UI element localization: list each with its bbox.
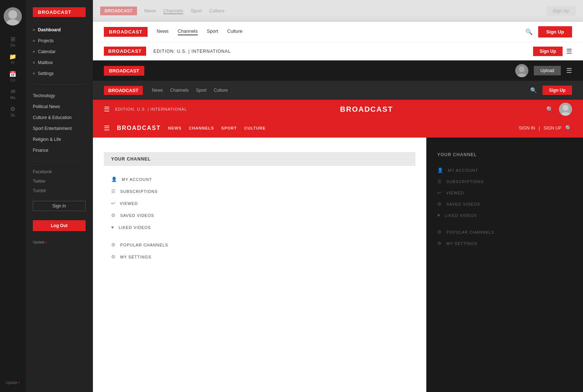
channel-menu-my-settings[interactable]: ⚙ MY SETTINGS bbox=[104, 251, 415, 263]
svg-point-4 bbox=[563, 105, 568, 111]
faded-link-channels[interactable]: Channels bbox=[163, 8, 183, 14]
sidebar-item-dashboard[interactable]: ⊞ Da bbox=[0, 33, 26, 50]
red-hamburger-button[interactable]: ☰ bbox=[104, 105, 110, 113]
svg-point-1 bbox=[6, 19, 19, 25]
sidebar-category-religion[interactable]: Religion & Life bbox=[26, 134, 93, 145]
white-panel: BROADCAST News Channels Sport Culture 🔍 … bbox=[93, 22, 583, 392]
dark-nav-right: 🔍 Sign Up bbox=[530, 86, 572, 95]
dark-liked-icon: ♥ bbox=[437, 213, 441, 218]
nav-right-1: 🔍 Sign Up bbox=[525, 26, 572, 37]
dashboard-icon: ⊞ bbox=[11, 36, 15, 43]
nav-links-1: News Channels Sport Culture bbox=[157, 28, 242, 35]
navbar-dark: BROADCAST Upload ☰ bbox=[93, 60, 583, 81]
sidebar-social-twitter[interactable]: Twitter bbox=[26, 177, 93, 186]
red2-link-channels[interactable]: CHANNELS bbox=[189, 126, 214, 130]
sidebar-nav-settings[interactable]: Settings bbox=[26, 68, 93, 79]
viewed-icon: ↩ bbox=[111, 201, 116, 206]
sidebar-category-sport[interactable]: Sport Entertainment bbox=[26, 123, 93, 134]
channel-menu-liked-videos[interactable]: ♥ LIKED VIDEOS bbox=[104, 221, 415, 233]
edition-brand: BROADCAST bbox=[104, 47, 146, 56]
mail-icon: ✉ bbox=[11, 88, 15, 95]
sidebar-category-political[interactable]: Political News bbox=[26, 101, 93, 112]
dark-link-culture[interactable]: Culture bbox=[214, 88, 228, 93]
navbar-red2: ☰ BROADCAST NEWS CHANNELS SPORT CULTURE … bbox=[93, 119, 583, 138]
svg-point-3 bbox=[517, 74, 527, 77]
channel-panel-dark: YOUR CHANNEL 👤 MY ACCOUNT ☰ SUBSCRIPTION… bbox=[426, 138, 583, 392]
update-label[interactable]: Update • bbox=[6, 381, 20, 385]
sidebar-nav-projects[interactable]: Projects bbox=[26, 35, 93, 46]
red2-signup-label[interactable]: SIGN UP bbox=[544, 126, 562, 131]
dark-channel-menu-subscriptions[interactable]: ☰ SUBSCRIPTIONS bbox=[437, 176, 572, 187]
sidebar-category-technology[interactable]: Technology bbox=[26, 90, 93, 101]
channel-menu-my-account[interactable]: 👤 MY ACCOUNT bbox=[104, 173, 415, 185]
dark-channel-menu-liked-videos[interactable]: ♥ LIKED VIDEOS bbox=[437, 210, 572, 221]
sidebar-item-projects[interactable]: 📁 Pr bbox=[0, 50, 26, 68]
sidebar-divider bbox=[33, 84, 86, 85]
edition-right: Sign Up ☰ bbox=[533, 47, 572, 56]
faded-link-culture[interactable]: Culture bbox=[209, 8, 224, 14]
channel-menu-saved-videos[interactable]: ⚙ SAVED VIDEOS bbox=[104, 209, 415, 221]
red2-link-sport[interactable]: SPORT bbox=[221, 126, 237, 130]
faded-brand: BROADCAST bbox=[100, 7, 137, 15]
dark-account-icon: 👤 bbox=[437, 167, 443, 173]
channel-menu-viewed[interactable]: ↩ VIEWED bbox=[104, 197, 415, 209]
sidebar-nav-mailbox[interactable]: Mailbox bbox=[26, 57, 93, 68]
sidebar-item-calendar[interactable]: 📅 Co bbox=[0, 68, 26, 85]
edition-signup-button[interactable]: Sign Up bbox=[533, 47, 563, 56]
sidebar-social-facebook[interactable]: Facebook bbox=[26, 167, 93, 177]
sidebar-update[interactable]: Update • bbox=[33, 240, 47, 244]
dark-upload-button[interactable]: Upload bbox=[534, 66, 561, 75]
dark-channel-menu-my-account[interactable]: 👤 MY ACCOUNT bbox=[437, 165, 572, 176]
sidebar-signin-button[interactable]: Sign In bbox=[33, 201, 86, 211]
dark-liked-videos-label: LIKED VIDEOS bbox=[445, 213, 477, 218]
dark-hamburger-button[interactable]: ☰ bbox=[566, 67, 572, 75]
nav-calendar-label: Calendar bbox=[38, 49, 56, 54]
sidebar-item-mailbox[interactable]: ✉ Ma bbox=[0, 85, 26, 103]
sidebar-divider-2 bbox=[33, 161, 86, 162]
red-edition-text: EDITION: U.S. | INTERNATIONAL bbox=[115, 107, 187, 111]
account-icon: 👤 bbox=[111, 177, 117, 182]
dark-channel-menu-my-settings[interactable]: ⚙ MY SETTINGS bbox=[437, 238, 572, 249]
channel-menu-popular-channels[interactable]: ⚙ POPULAR CHANNELS bbox=[104, 239, 415, 251]
red2-hamburger-button[interactable]: ☰ bbox=[104, 124, 110, 132]
red2-link-culture[interactable]: CULTURE bbox=[244, 126, 266, 130]
faded-signup-button[interactable]: Sign Up bbox=[546, 6, 576, 16]
search-icon-btn-1[interactable]: 🔍 bbox=[525, 28, 533, 35]
sidebar-social-tumblr[interactable]: Tumblr bbox=[26, 186, 93, 195]
dark-nav-links: News Channels Sport Culture bbox=[152, 88, 228, 93]
red2-search-icon[interactable]: 🔍 bbox=[565, 125, 572, 131]
dark-channel-menu-viewed[interactable]: ↩ VIEWED bbox=[437, 187, 572, 198]
sidebar-category-finance[interactable]: Finance bbox=[26, 145, 93, 156]
red2-signin-label[interactable]: SIGN IN bbox=[519, 126, 535, 131]
calendar-icon: 📅 bbox=[9, 71, 16, 78]
nav-dashboard-label: Dashboard bbox=[38, 27, 61, 32]
red2-link-news[interactable]: NEWS bbox=[168, 126, 181, 130]
sidebar-nav-dashboard[interactable]: Dashboard bbox=[26, 24, 93, 35]
dark-signup-button[interactable]: Sign Up bbox=[543, 86, 572, 95]
nav-link-sport-1[interactable]: Sport bbox=[207, 28, 218, 35]
nav-link-channels-1[interactable]: Channels bbox=[178, 28, 198, 35]
dark-link-channels[interactable]: Channels bbox=[170, 88, 189, 93]
nav-projects-label: Projects bbox=[38, 38, 54, 43]
signup-button-1[interactable]: Sign Up bbox=[538, 26, 572, 37]
channel-menu-subscriptions[interactable]: ☰ SUBSCRIPTIONS bbox=[104, 185, 415, 197]
sidebar-category-culture[interactable]: Culture & Education bbox=[26, 112, 93, 123]
edition-hamburger-button[interactable]: ☰ bbox=[566, 47, 572, 55]
dark-link-news[interactable]: News bbox=[152, 88, 163, 93]
dark-channel-menu-popular-channels[interactable]: ⚙ POPULAR CHANNELS bbox=[437, 226, 572, 238]
sidebar-nav-calendar[interactable]: Calendar bbox=[26, 46, 93, 57]
nav-link-culture-1[interactable]: Culture bbox=[227, 28, 243, 35]
dark-link-sport[interactable]: Sport bbox=[196, 88, 207, 93]
sidebar-item-settings[interactable]: ⚙ Se bbox=[0, 103, 26, 120]
dark-search-icon[interactable]: 🔍 bbox=[530, 87, 537, 94]
red-search-icon[interactable]: 🔍 bbox=[546, 106, 553, 113]
sidebar-logout-button[interactable]: Log Out bbox=[33, 220, 86, 231]
faded-nav-bar: BROADCAST News Channels Sport Culture Si… bbox=[93, 0, 583, 22]
dark-my-settings-icon: ⚙ bbox=[437, 241, 442, 246]
nav-link-news-1[interactable]: News bbox=[157, 28, 169, 35]
dark-saved-icon: ⚙ bbox=[437, 201, 442, 207]
nav-mailbox-label: Mailbox bbox=[38, 60, 53, 65]
faded-link-news[interactable]: News bbox=[144, 8, 156, 14]
dark-channel-menu-saved-videos[interactable]: ⚙ SAVED VIDEOS bbox=[437, 198, 572, 210]
faded-link-sport[interactable]: Sport bbox=[191, 8, 202, 14]
